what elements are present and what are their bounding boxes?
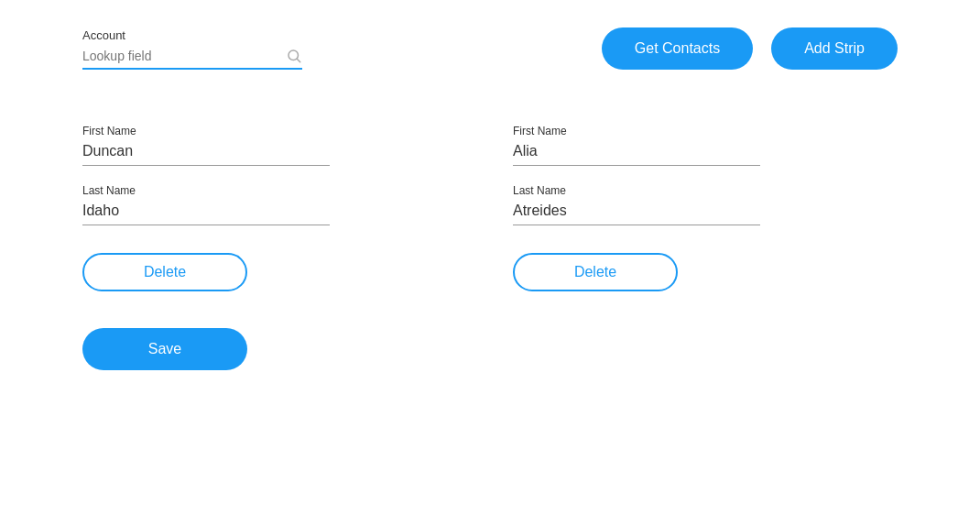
last-name-value-2: Atreides	[513, 203, 760, 225]
add-strip-button[interactable]: Add Strip	[771, 27, 898, 70]
footer-section: Save	[0, 291, 980, 370]
last-name-value-1: Idaho	[82, 203, 330, 225]
last-name-label-1: Last Name	[82, 184, 330, 197]
contact-card-2: First Name Alia Last Name Atreides Delet…	[513, 125, 760, 291]
first-name-value-2: Alia	[513, 143, 760, 166]
last-name-label-2: Last Name	[513, 184, 760, 197]
first-name-value-1: Duncan	[82, 143, 330, 166]
last-name-group-2: Last Name Atreides	[513, 184, 760, 225]
header-section: Account Get Contacts Add Strip	[0, 0, 980, 70]
first-name-label-1: First Name	[82, 125, 330, 137]
last-name-group-1: Last Name Idaho	[82, 184, 330, 225]
svg-point-0	[289, 50, 299, 60]
first-name-label-2: First Name	[513, 125, 760, 137]
get-contacts-button[interactable]: Get Contacts	[602, 27, 753, 70]
account-field: Account	[82, 28, 302, 70]
lookup-wrapper	[82, 48, 302, 70]
first-name-group-2: First Name Alia	[513, 125, 760, 166]
svg-line-1	[297, 59, 299, 61]
search-icon	[286, 48, 302, 64]
delete-button-1[interactable]: Delete	[82, 253, 247, 291]
contacts-section: First Name Duncan Last Name Idaho Delete…	[0, 70, 980, 291]
account-label: Account	[82, 28, 302, 42]
first-name-group-1: First Name Duncan	[82, 125, 330, 166]
save-button[interactable]: Save	[82, 328, 247, 370]
contact-card-1: First Name Duncan Last Name Idaho Delete	[82, 125, 330, 291]
lookup-input[interactable]	[82, 49, 286, 63]
delete-button-2[interactable]: Delete	[513, 253, 678, 291]
header-buttons: Get Contacts Add Strip	[602, 27, 898, 70]
